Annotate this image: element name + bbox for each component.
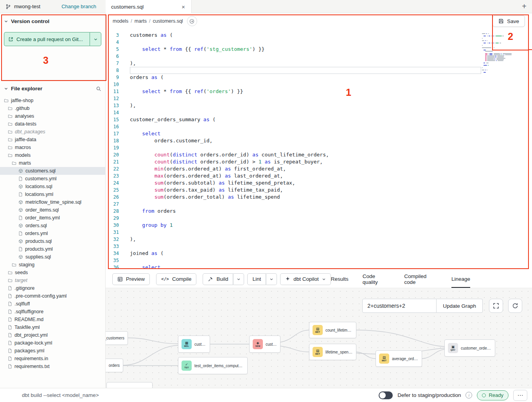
version-control-header[interactable]: Version control (0, 13, 105, 24)
change-branch-link[interactable]: Change branch (61, 4, 96, 9)
refresh-icon[interactable] (508, 299, 522, 313)
code-line[interactable] (130, 201, 532, 208)
tree-item-jaffle-shop[interactable]: jaffle-shop (0, 97, 105, 104)
code-line[interactable]: customer_orders_summary as ( (130, 116, 532, 123)
lineage-node-lifetime_spend_pretax[interactable]: ▤METlifetime_spend_pretax (309, 344, 356, 360)
tree-item-macros[interactable]: macros (0, 144, 105, 151)
code-line[interactable] (130, 215, 532, 222)
breadcrumb-action-icon[interactable] (187, 16, 197, 26)
code-line[interactable] (130, 67, 481, 74)
code-line[interactable]: ), (130, 236, 532, 243)
more-options-button[interactable]: ⋯ (513, 390, 527, 401)
tree-item-.github[interactable]: .github (0, 104, 105, 112)
file-explorer-header[interactable]: File explorer (0, 80, 105, 92)
tree-item-products.sql[interactable]: products.sql (0, 237, 105, 245)
update-graph-button[interactable]: Update Graph (437, 299, 483, 313)
search-icon[interactable] (96, 86, 101, 92)
tree-item-Taskfile.yml[interactable]: Taskfile.yml (0, 323, 105, 331)
build-button[interactable]: Build (203, 273, 233, 285)
tree-item-staging[interactable]: staging (0, 261, 105, 269)
tree-item-marts[interactable]: marts (0, 159, 105, 167)
code-line[interactable] (130, 123, 532, 130)
code-line[interactable]: max(orders.ordered_at) as last_ordered_a… (130, 172, 532, 179)
code-line[interactable] (130, 109, 532, 116)
minimap[interactable] (482, 33, 516, 73)
code-line[interactable] (130, 243, 532, 250)
tree-item-metricflow_time_spine.sql[interactable]: metricflow_time_spine.sql (0, 198, 105, 206)
tree-item-seeds[interactable]: seeds (0, 269, 105, 276)
create-pr-button[interactable]: Create a pull request on Git... (4, 32, 90, 46)
code-line[interactable]: select * from {{ ref('orders') }} (130, 88, 532, 95)
code-line[interactable]: orders as ( (130, 74, 532, 81)
tree-item-packages.yml[interactable]: packages.yml (0, 347, 105, 355)
tree-item-locations.sql[interactable]: locations.sql (0, 183, 105, 190)
tree-item-customers.sql[interactable]: customers.sql (0, 167, 105, 175)
tree-item-supplies.sql[interactable]: supplies.sql (0, 253, 105, 261)
lineage-node-stg_customers[interactable]: stg_customers (106, 331, 128, 345)
lineage-node-customers[interactable]: ▦MDLcustomers (178, 336, 210, 353)
code-line[interactable] (130, 144, 532, 151)
lineage-node-test_order_items_compute_to_bools[interactable]: ✓TSTtest_order_items_compute_to_bools... (178, 357, 248, 374)
tree-item-.pre-commit-config.yaml[interactable]: .pre-commit-config.yaml (0, 292, 105, 300)
code-line[interactable]: group by 1 (130, 222, 532, 229)
lineage-node-customer_order_metrics[interactable]: ▣QRYcustomer_order_metrics (444, 339, 495, 357)
create-pr-dropdown[interactable] (90, 32, 101, 46)
code-line[interactable]: select (130, 264, 532, 270)
tree-item-data-tests[interactable]: data-tests (0, 120, 105, 128)
code-line[interactable]: sum(orders.subtotal) as lifetime_spend_p… (130, 179, 532, 187)
preview-button[interactable]: Preview (112, 273, 150, 285)
tree-item-dbt_packages[interactable]: dbt_packages (0, 128, 105, 136)
lineage-selector-input[interactable] (362, 299, 437, 313)
lineage-node-count_lifetime_orders[interactable]: ▤METcount_lifetime_orders (309, 322, 356, 338)
tab-customers-sql[interactable]: customers.sql × (106, 0, 192, 13)
tree-item-target[interactable]: target (0, 276, 105, 284)
dbt-copilot-button[interactable]: dbt Copilot (280, 273, 331, 285)
code-line[interactable]: customers as ( (130, 32, 532, 39)
tree-item-order_items.sql[interactable]: order_items.sql (0, 206, 105, 214)
code-line[interactable]: select * from {{ ref('stg_customers') }} (130, 46, 532, 53)
code-line[interactable]: count(distinct orders.order_id) > 1 as i… (130, 158, 532, 165)
tree-item-.gitignore[interactable]: .gitignore (0, 284, 105, 292)
code-line[interactable] (130, 81, 532, 88)
code-line[interactable]: ), (130, 102, 532, 109)
tree-item-order_items.yml[interactable]: order_items.yml (0, 214, 105, 222)
tree-item-products.yml[interactable]: products.yml (0, 245, 105, 253)
tree-item-orders.yml[interactable]: orders.yml (0, 230, 105, 237)
code-line[interactable] (130, 53, 532, 60)
tree-item-requirements.in[interactable]: requirements.in (0, 355, 105, 363)
lint-button[interactable]: Lint (247, 273, 266, 285)
tree-item-locations.yml[interactable]: locations.yml (0, 190, 105, 198)
code-line[interactable]: ), (130, 60, 532, 67)
code-line[interactable]: min(orders.ordered_at) as first_ordered_… (130, 165, 532, 172)
tree-item-jaffle-data[interactable]: jaffle-data (0, 136, 105, 144)
lineage-node-partial[interactable] (106, 382, 153, 388)
tree-item-customers.yml[interactable]: customers.yml (0, 175, 105, 183)
code-editor[interactable]: 3456789101112131415161718192021222324252… (106, 29, 532, 270)
code-line[interactable]: sum(orders.tax_paid) as lifetime_tax_pai… (130, 187, 532, 194)
code-line[interactable] (130, 229, 532, 236)
tree-item-analyses[interactable]: analyses (0, 112, 105, 120)
lineage-node-average_order_value[interactable]: ▤METaverage_order_value (376, 350, 422, 367)
save-button[interactable]: Save (492, 15, 525, 27)
code-line[interactable] (130, 39, 532, 46)
code-line[interactable] (130, 257, 532, 264)
code-line[interactable] (130, 95, 532, 102)
build-dropdown[interactable] (233, 273, 244, 285)
lineage-node-orders[interactable]: orders (106, 359, 123, 372)
code-line[interactable]: joined as ( (130, 250, 532, 257)
panel-tab-compiled-code[interactable]: Compiled code (404, 270, 437, 288)
add-tab-button[interactable]: + (522, 0, 527, 13)
close-icon[interactable]: × (181, 4, 186, 10)
panel-tab-results[interactable]: Results (331, 270, 349, 288)
code-line[interactable]: count(distinct orders.order_id) as count… (130, 151, 532, 158)
code-line[interactable]: select (130, 130, 532, 137)
tree-item-.sqlfluffignore[interactable]: .sqlfluffignore (0, 308, 105, 316)
fullscreen-icon[interactable] (489, 299, 503, 313)
tree-item-models[interactable]: models (0, 151, 105, 159)
compile-button[interactable]: </> Compile (156, 273, 196, 285)
code-line[interactable]: orders.customer_id, (130, 137, 532, 144)
tree-item-.sqlfluff[interactable]: .sqlfluff (0, 300, 105, 308)
tree-item-dbt_project.yml[interactable]: dbt_project.yml (0, 331, 105, 339)
tree-item-README.md[interactable]: README.md (0, 316, 105, 323)
code-line[interactable]: sum(orders.order_total) as lifetime_spen… (130, 194, 532, 201)
